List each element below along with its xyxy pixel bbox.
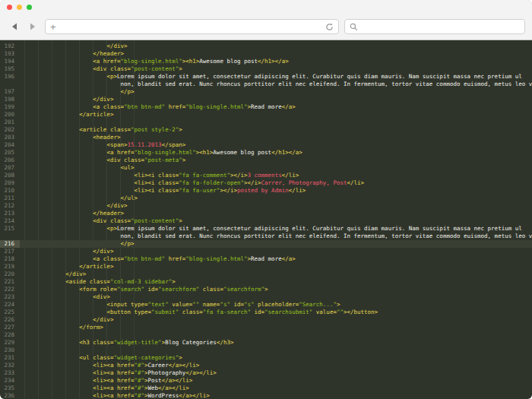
address-bar[interactable]: + [45,19,339,34]
code-token: non, blandit sed erat. Nunc rhoncus port… [120,81,532,87]
code-line[interactable]: <div> [20,293,532,301]
code-line[interactable]: <a class="btn btn-md" href="blog-single.… [20,255,532,263]
code-line[interactable]: <button type="submit" class="fa fa-searc… [20,309,532,316]
gutter-line: 198 [0,96,20,103]
code-line[interactable]: </div> [20,43,532,50]
code-line[interactable]: </header> [20,210,532,217]
code-token: "submit" [151,309,179,315]
code-line[interactable]: <li><i class="fa fa-folder-open"></i>Car… [20,179,532,187]
code-line[interactable]: <form role="search" id="searchform" clas… [20,286,532,293]
forward-button[interactable] [26,20,40,33]
code-line[interactable]: <a href="blog-single.html"><h1>Awesome b… [20,58,532,65]
code-line[interactable]: </article> [20,111,532,119]
code-token: 15.11.2013 [127,141,161,148]
code-line[interactable]: <a class="btn btn-md" href="blog-single.… [20,103,532,111]
code-line[interactable]: </p> [20,88,532,96]
search-bar[interactable] [344,19,525,34]
code-area[interactable]: </div> </header> <a href="blog-single.ht… [20,40,532,399]
code-token: </a></li> [169,362,200,369]
code-line[interactable]: <header> [20,134,532,141]
code-line[interactable]: <li><a href="#">Post</a></li> [20,377,532,385]
code-line[interactable]: <li><i class="fa fa-comment"></i>3 comme… [20,172,532,179]
code-token: Carrer, Photography, Post [261,179,347,186]
code-token: <a href= [106,149,134,156]
indent-space [24,149,106,156]
gutter-line: 233 [0,369,20,377]
code-line[interactable]: </div> [20,96,532,103]
code-line[interactable] [20,331,532,339]
code-line[interactable]: <li><i class="fa fa-user"></i>posted by … [20,187,532,195]
code-token: "blog-single.html" [185,255,247,262]
code-token: > [179,65,182,72]
code-line[interactable]: </form> [20,324,532,331]
refresh-button[interactable] [325,23,334,31]
indent-space [24,339,79,346]
back-arrow-icon [11,23,17,30]
code-line[interactable]: <p>Lorem ipsum dolor sit amet, consectet… [20,73,532,81]
code-line[interactable]: <div class="post-meta"> [20,157,532,164]
code-line[interactable]: <ul class="widget-categories"> [20,354,532,362]
code-line[interactable] [20,347,532,354]
traffic-light-close[interactable] [7,5,12,10]
code-token: </div> [93,96,113,103]
gutter-line: 207 [0,164,20,172]
code-line[interactable]: <li><a href="#">WordPress</a></li> [20,392,532,399]
search-input[interactable] [362,20,520,33]
code-line[interactable]: <h3 class="widget-title">Blog Categories… [20,339,532,347]
code-token: "searchform" [223,286,264,293]
code-line[interactable]: non, blandit sed erat. Nunc rhoncus port… [20,81,532,88]
code-line[interactable]: </div> [20,316,532,324]
code-line[interactable]: <div class="post-content"> [20,65,532,73]
code-line[interactable]: <li><a href="#">Career</a></li> [20,362,532,369]
code-token: id= [230,301,244,308]
code-line[interactable]: <ul> [20,164,532,172]
code-line[interactable]: <li><a href="#">Photography</a></li> [20,369,532,377]
code-token: ><h1> [182,58,200,65]
gutter-line: 194 [0,58,20,65]
traffic-light-maximize[interactable] [27,5,32,10]
code-token: </a></li> [179,392,210,399]
address-input[interactable] [60,20,321,33]
code-line[interactable]: <aside class="col-md-3 sidebar"> [20,278,532,286]
indent-space [24,217,93,224]
code-line[interactable]: </div> [20,271,532,278]
code-token: </form> [79,324,103,331]
code-line[interactable]: non, blandit sed erat. Nunc rhoncus port… [20,233,532,240]
code-token: </h1></a> [258,58,289,65]
code-line[interactable]: <a href="blog-single.html"><h1>Awesome b… [20,149,532,157]
code-line[interactable]: </p> [20,240,532,248]
indent-space [24,202,106,209]
code-token: "Search..." [299,301,337,308]
code-token: value= [169,301,193,308]
code-token: </li> [289,187,306,194]
indent-space [24,316,93,323]
code-line[interactable]: </article> [20,263,532,271]
code-line[interactable]: </header> [20,50,532,58]
gutter-line: 235 [0,385,20,392]
code-token: placeholder= [255,301,299,308]
code-line[interactable]: <span>15.11.2013</span> [20,141,532,149]
code-token: Web [148,385,159,391]
gutter-line: 226 [0,316,20,324]
gutter-line: 213 [0,210,20,217]
traffic-light-minimize[interactable] [17,5,22,10]
code-line[interactable]: </ul> [20,195,532,202]
new-tab-icon[interactable]: + [50,22,56,32]
code-token: </header> [93,210,124,217]
code-token: "post-meta" [144,157,182,163]
code-token: <div class= [93,217,131,224]
code-line[interactable] [20,119,532,126]
back-button[interactable] [7,20,21,33]
code-token: "" [337,309,344,315]
code-line[interactable]: <input type="text" value="" name="s" id=… [20,301,532,309]
code-token: "#" [135,362,145,369]
indent-space [24,240,120,247]
indent-space [24,293,93,300]
code-line[interactable]: </div> [20,248,532,255]
code-line[interactable]: <li><a href="#">Web</a></li> [20,385,532,392]
code-line[interactable]: <article class="post style-2"> [20,126,532,134]
code-line[interactable]: <p>Lorem ipsum dolor sit amet, consectet… [20,225,532,233]
code-token: <li><i class= [135,187,179,194]
code-line[interactable]: </div> [20,202,532,210]
code-line[interactable]: <div class="post-content"> [20,217,532,225]
